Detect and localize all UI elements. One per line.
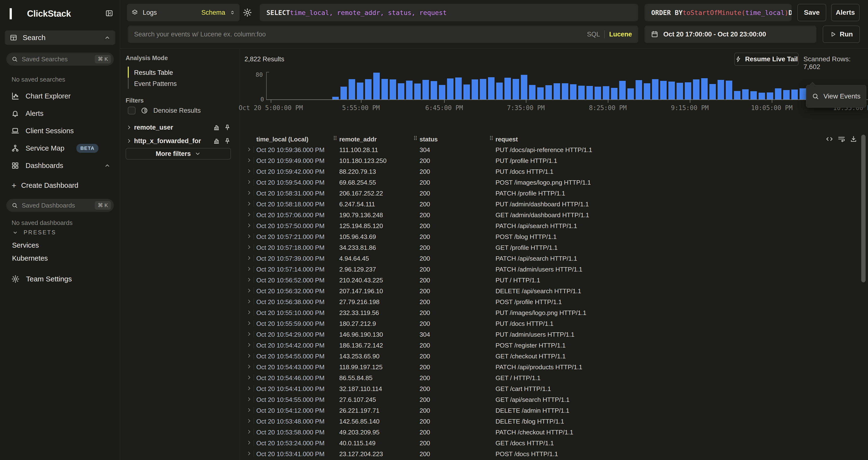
row-expand-chevron-icon[interactable] xyxy=(246,245,252,250)
histogram-bar[interactable] xyxy=(529,85,535,99)
histogram-bar[interactable] xyxy=(767,92,773,99)
table-row[interactable]: Oct 20 10:54:43.000 PM118.99.197.125200P… xyxy=(240,362,864,372)
histogram-bar[interactable] xyxy=(717,80,724,99)
histogram-bar[interactable] xyxy=(726,81,732,99)
histogram-bar[interactable] xyxy=(439,85,445,99)
histogram-bar[interactable] xyxy=(546,85,552,99)
table-row[interactable]: Oct 20 10:58:18.000 PM6.247.54.111200PUT… xyxy=(240,199,864,209)
table-row[interactable]: Oct 20 10:55:59.000 PM180.27.212.9200PUT… xyxy=(240,318,864,329)
histogram-bar[interactable] xyxy=(709,84,716,99)
row-expand-chevron-icon[interactable] xyxy=(246,418,252,424)
histogram-bar[interactable] xyxy=(595,87,601,99)
table-row[interactable]: Oct 20 10:59:54.000 PM69.68.254.55200POS… xyxy=(240,177,864,188)
histogram-bar[interactable] xyxy=(504,78,511,99)
histogram-bar[interactable] xyxy=(455,78,462,99)
row-expand-chevron-icon[interactable] xyxy=(246,310,252,315)
table-row[interactable]: Oct 20 10:54:12.000 PM26.221.197.71200DE… xyxy=(240,405,864,416)
histogram-bar[interactable] xyxy=(611,88,618,99)
table-row[interactable]: Oct 20 10:59:49.000 PM101.180.123.250200… xyxy=(240,155,864,166)
alerts-button[interactable]: Alerts xyxy=(831,4,860,21)
histogram-bar[interactable] xyxy=(537,87,544,99)
row-expand-chevron-icon[interactable] xyxy=(246,440,252,445)
preset-item-kubernetes[interactable]: Kubernetes xyxy=(12,254,48,262)
table-row[interactable]: Oct 20 10:57:06.000 PM190.79.136.248200G… xyxy=(240,209,864,220)
histogram-bar[interactable] xyxy=(381,79,388,99)
code-view-icon[interactable] xyxy=(826,135,834,143)
date-range-input[interactable]: Oct 20 17:00:00 - Oct 20 23:00:00 xyxy=(645,26,816,43)
wrap-lines-icon[interactable] xyxy=(838,135,846,143)
field-chart-icon[interactable] xyxy=(213,137,220,145)
histogram-bar[interactable] xyxy=(570,84,577,99)
table-row[interactable]: Oct 20 10:57:50.000 PM125.194.85.120200P… xyxy=(240,220,864,231)
resume-live-tail-button[interactable]: Resume Live Tail xyxy=(734,53,799,66)
histogram-bar[interactable] xyxy=(447,79,454,99)
column-header-time_local[interactable]: time_local (Local) xyxy=(256,136,308,143)
row-expand-chevron-icon[interactable] xyxy=(246,299,252,304)
table-row[interactable]: Oct 20 10:59:42.000 PM88.220.79.13200PUT… xyxy=(240,166,864,177)
column-drag-handle-icon[interactable]: ⠿ xyxy=(489,135,493,142)
table-row[interactable]: Oct 20 10:53:58.000 PM49.203.209.95200PA… xyxy=(240,427,864,437)
view-events-tooltip[interactable]: View Events xyxy=(806,85,866,108)
sidebar-item-chart-explorer[interactable]: Chart Explorer xyxy=(5,89,115,103)
histogram-bar[interactable] xyxy=(488,77,495,99)
select-expression-input[interactable]: SELECT time_local, remote_addr, status, … xyxy=(260,4,638,21)
run-button[interactable]: Run xyxy=(823,26,860,43)
histogram-bar[interactable] xyxy=(431,81,437,99)
filter-field-remote_user[interactable]: remote_user xyxy=(126,122,231,133)
column-header-request[interactable]: request xyxy=(495,136,518,143)
histogram-bar[interactable] xyxy=(791,90,798,99)
table-row[interactable]: Oct 20 10:54:46.000 PM86.55.84.85200GET … xyxy=(240,372,864,383)
table-row[interactable]: Oct 20 10:54:41.000 PM32.187.110.114200G… xyxy=(240,383,864,394)
row-expand-chevron-icon[interactable] xyxy=(246,288,252,293)
histogram-bar[interactable] xyxy=(472,79,478,99)
histogram-bar[interactable] xyxy=(578,86,585,99)
table-row[interactable]: Oct 20 10:54:55.000 PM143.253.65.90200GE… xyxy=(240,351,864,362)
histogram-bar[interactable] xyxy=(423,80,429,99)
histogram-bar[interactable] xyxy=(742,89,749,99)
histogram-bar[interactable] xyxy=(652,79,658,99)
source-settings-gear-icon[interactable] xyxy=(243,8,253,18)
row-expand-chevron-icon[interactable] xyxy=(246,266,252,271)
histogram-bar[interactable] xyxy=(750,91,757,99)
table-row[interactable]: Oct 20 10:53:24.000 PM40.0.115.149200GET… xyxy=(240,437,864,449)
table-row[interactable]: Oct 20 10:53:41.000 PM23.127.204.223200P… xyxy=(240,449,864,459)
table-row[interactable]: Oct 20 10:56:52.000 PM210.240.43.225200P… xyxy=(240,275,864,286)
table-row[interactable]: Oct 20 10:57:39.000 PM4.94.64.45200PATCH… xyxy=(240,253,864,264)
table-row[interactable]: Oct 20 10:58:31.000 PM206.167.252.22200P… xyxy=(240,188,864,199)
analysis-mode-results-table[interactable]: Results Table xyxy=(134,69,173,77)
row-expand-chevron-icon[interactable] xyxy=(246,429,252,434)
saved-searches-input[interactable]: Saved Searches ⌘ K xyxy=(6,53,114,66)
orderby-expression-input[interactable]: ORDER BY toStartOfMinute(time_local) D xyxy=(645,4,792,21)
scrollbar-thumb[interactable] xyxy=(861,135,866,282)
row-expand-chevron-icon[interactable] xyxy=(246,223,252,228)
mode-lucene-toggle[interactable]: Lucene xyxy=(609,31,632,38)
row-expand-chevron-icon[interactable] xyxy=(246,353,252,358)
table-row[interactable]: Oct 20 10:54:42.000 PM186.136.72.142200P… xyxy=(240,340,864,351)
sidebar-item-service-map[interactable]: Service MapBETA xyxy=(5,141,115,155)
row-expand-chevron-icon[interactable] xyxy=(246,212,252,217)
create-dashboard-button[interactable]: + Create Dashboard xyxy=(5,179,115,192)
row-expand-chevron-icon[interactable] xyxy=(246,201,252,206)
row-expand-chevron-icon[interactable] xyxy=(246,255,252,261)
row-expand-chevron-icon[interactable] xyxy=(246,332,252,337)
denoise-checkbox[interactable] xyxy=(128,107,135,114)
histogram-bar[interactable] xyxy=(677,83,683,99)
histogram-bar[interactable] xyxy=(521,75,527,99)
histogram-bar[interactable] xyxy=(693,79,700,99)
row-expand-chevron-icon[interactable] xyxy=(246,277,252,282)
histogram-bar[interactable] xyxy=(513,79,519,99)
histogram-bar[interactable] xyxy=(734,91,740,99)
row-expand-chevron-icon[interactable] xyxy=(246,364,252,369)
table-row[interactable]: Oct 20 10:56:38.000 PM27.79.216.198200PO… xyxy=(240,296,864,307)
row-expand-chevron-icon[interactable] xyxy=(246,397,252,402)
column-header-remote_addr[interactable]: remote_addr xyxy=(339,136,377,143)
filter-field-http_x_forwarded_for[interactable]: http_x_forwarded_for xyxy=(126,136,231,146)
histogram-bar[interactable] xyxy=(603,86,609,99)
table-row[interactable]: Oct 20 10:54:55.000 PM27.6.107.245200GET… xyxy=(240,394,864,405)
table-row[interactable]: Oct 20 10:56:32.000 PM207.147.196.10200D… xyxy=(240,286,864,296)
histogram-bar[interactable] xyxy=(775,88,781,99)
histogram-bar[interactable] xyxy=(406,81,412,99)
mode-sql-toggle[interactable]: SQL xyxy=(587,31,600,38)
histogram-bar[interactable] xyxy=(685,82,691,99)
histogram-bar[interactable] xyxy=(800,88,806,99)
